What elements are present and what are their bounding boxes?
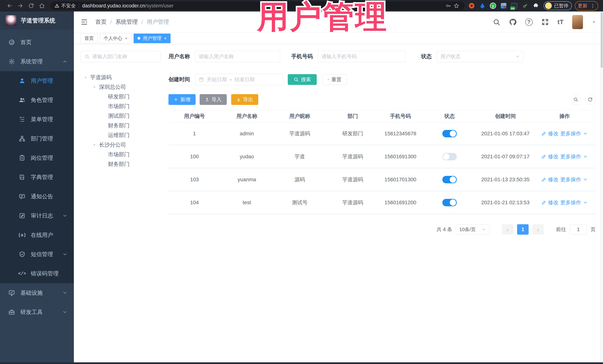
breadcrumb-home[interactable]: 首页	[95, 18, 106, 26]
avatar-caret-icon[interactable]	[591, 20, 596, 24]
chevron-down-icon	[515, 54, 520, 59]
sidebar-item-audit-log[interactable]: 审计日志	[0, 206, 74, 225]
status-select[interactable]: 用户状态	[437, 51, 524, 62]
next-page-button[interactable]: ›	[532, 224, 544, 235]
tree-node-dept[interactable]: 市场部门	[81, 150, 161, 159]
scrollbar-thumb[interactable]	[601, 12, 603, 68]
import-button[interactable]: 导入	[200, 94, 227, 105]
tree-node-dept[interactable]: 财务部门	[81, 159, 161, 169]
close-icon[interactable]: ×	[125, 36, 128, 41]
browser-update-button[interactable]: 更新 ⋮	[575, 1, 598, 11]
sidebar-item-notice[interactable]: 通知公告	[0, 187, 74, 206]
key-icon[interactable]	[444, 1, 452, 11]
tab-profile[interactable]: 个人中心 ×	[100, 33, 131, 43]
extension-yudao-icon[interactable]: y	[490, 3, 496, 9]
help-icon[interactable]: ?	[525, 18, 533, 26]
url-host[interactable]: dashboard.yudao.iocoder.cn	[82, 3, 145, 9]
tree-node-label: 长沙分公司	[99, 141, 126, 149]
tree-node-dept[interactable]: 测试部门	[81, 111, 161, 121]
extension-ubuntu-icon[interactable]	[468, 2, 475, 9]
sidebar-collapse-icon[interactable]	[81, 18, 88, 26]
add-button[interactable]: 新增	[168, 94, 196, 105]
status-toggle[interactable]	[442, 176, 457, 183]
font-size-icon[interactable]: tT	[557, 19, 564, 26]
browser-reload-icon[interactable]	[26, 1, 36, 11]
edit-link[interactable]: 修改	[548, 176, 558, 183]
page-size-select[interactable]: 10条/页	[456, 224, 490, 235]
tree-node-dept[interactable]: 市场部门	[81, 101, 161, 111]
close-icon[interactable]: ×	[164, 36, 167, 41]
security-label[interactable]: 不安全	[61, 3, 76, 9]
sidebar-item-post-mgmt[interactable]: 岗位管理	[0, 148, 74, 167]
browser-menu-icon[interactable]: ⋮	[590, 3, 595, 9]
export-button[interactable]: 导出	[231, 94, 258, 105]
edit-link[interactable]: 修改	[548, 199, 558, 206]
username-field[interactable]	[195, 51, 280, 62]
caret-expanded-icon[interactable]	[83, 76, 88, 79]
sidebar-item-dept-mgmt[interactable]: 部门管理	[0, 129, 74, 148]
caret-expanded-icon[interactable]	[92, 85, 97, 89]
sidebar-item-home[interactable]: 首页	[0, 33, 74, 52]
extension-switch-icon[interactable]: on	[511, 2, 518, 9]
extension-drop-icon[interactable]	[479, 2, 486, 9]
sidebar-item-menu-mgmt[interactable]: 菜单管理	[0, 110, 74, 129]
user-avatar[interactable]	[572, 15, 583, 29]
more-actions-link[interactable]: 更多操作	[560, 153, 581, 160]
more-actions-link[interactable]: 更多操作	[560, 130, 581, 137]
dept-search-input[interactable]	[92, 54, 157, 59]
tree-node-dept[interactable]: 运维部门	[81, 131, 161, 140]
sidebar-item-online-users[interactable]: (a) 在线用户	[0, 225, 74, 245]
sidebar-item-devtools[interactable]: 研发工具	[0, 302, 74, 322]
tree-node-dept[interactable]: 财务部门	[81, 121, 161, 131]
tab-user-mgmt[interactable]: 用户管理 ×	[134, 33, 171, 43]
caret-expanded-icon[interactable]	[92, 143, 97, 147]
page-scrollbar[interactable]	[600, 11, 603, 362]
sidebar-item-sms-mgmt[interactable]: 短信管理	[0, 245, 74, 264]
breadcrumb-system[interactable]: 系统管理	[116, 18, 138, 26]
sidebar-item-infra[interactable]: 基础设施	[0, 283, 74, 302]
profile-paused-chip[interactable]: 已暂停	[544, 1, 572, 10]
tree-node-branch[interactable]: 长沙分公司	[81, 140, 161, 150]
more-actions-link[interactable]: 更多操作	[560, 176, 581, 183]
url-path[interactable]: /system/user	[145, 3, 174, 9]
search-button[interactable]: 搜索	[288, 74, 317, 85]
more-actions-link[interactable]: 更多操作	[560, 199, 581, 206]
tree-node-root[interactable]: 芋道源码	[81, 73, 161, 82]
github-icon[interactable]	[509, 18, 517, 26]
browser-home-icon[interactable]	[37, 1, 47, 11]
mobile-field[interactable]	[318, 51, 406, 62]
status-toggle[interactable]	[442, 153, 457, 160]
tree-node-dept[interactable]: 研发部门	[81, 92, 161, 101]
reset-button[interactable]: 重置	[322, 74, 347, 85]
table-search-icon-button[interactable]	[570, 94, 581, 105]
sidebar-item-user-mgmt[interactable]: 用户管理	[0, 71, 74, 90]
username-input[interactable]	[199, 54, 276, 59]
table-refresh-icon-button[interactable]	[585, 94, 596, 105]
sidebar-item-system[interactable]: 系统管理	[0, 52, 74, 71]
edit-link[interactable]: 修改	[548, 153, 558, 160]
tab-home[interactable]: 首页	[81, 33, 98, 43]
fullscreen-icon[interactable]	[541, 18, 549, 26]
status-toggle[interactable]	[442, 199, 457, 206]
sidebar-item-role-mgmt[interactable]: 角色管理	[0, 90, 74, 110]
app-logo-row[interactable]: 芋道管理系统	[0, 11, 74, 30]
search-icon[interactable]	[493, 18, 500, 26]
extension-grid-icon[interactable]	[500, 2, 507, 9]
edit-link[interactable]: 修改	[548, 130, 558, 137]
extension-key-icon[interactable]	[522, 2, 528, 9]
date-range-picker[interactable]: 开始日期 - 结束日期	[195, 74, 283, 85]
address-bar[interactable]: 不安全 dashboard.yudao.iocoder.cn /system/u…	[50, 1, 464, 10]
mobile-input[interactable]	[322, 54, 402, 59]
prev-page-button[interactable]: ‹	[502, 224, 513, 235]
dept-search-box[interactable]	[81, 51, 161, 62]
tree-node-company[interactable]: 深圳总公司	[81, 82, 161, 92]
browser-forward-icon[interactable]	[16, 1, 25, 11]
current-page-button[interactable]: 1	[517, 224, 529, 235]
status-toggle[interactable]	[442, 130, 457, 137]
sidebar-item-dict-mgmt[interactable]: 字典管理	[0, 167, 74, 187]
extensions-puzzle-icon[interactable]	[533, 2, 539, 9]
sidebar-item-errcode-mgmt[interactable]: </> 错误码管理	[0, 264, 74, 283]
bookmark-star-icon[interactable]	[452, 1, 461, 11]
browser-back-icon[interactable]	[5, 1, 14, 11]
goto-page-input[interactable]	[570, 224, 587, 235]
